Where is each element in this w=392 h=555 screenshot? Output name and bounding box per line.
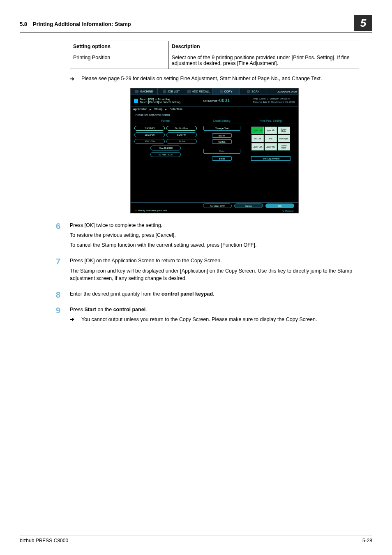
crumb-datetime: Date/Time <box>169 108 182 111</box>
column-format: Format '09/11/23Do Not Print 11/23/'091:… <box>134 119 197 200</box>
tab-hdd-recall[interactable]: HDD RECALL <box>185 88 212 95</box>
step-number: 8 <box>56 290 70 300</box>
col-description: Description <box>168 41 359 52</box>
pos-lower-mid[interactable]: Lower Mid <box>265 143 277 150</box>
settings-table: Setting options Description Printing Pos… <box>70 41 359 69</box>
machine-icon <box>135 90 138 93</box>
rotation-indicator: ↻ Rotation <box>282 209 294 212</box>
size-display: 8point <box>212 133 232 138</box>
pos-upper-mid[interactable]: Upper Mid <box>265 127 277 134</box>
format-date-5[interactable]: 23.Nov.,2010 <box>150 152 181 157</box>
info-icon <box>134 99 138 103</box>
arrow-icon: ➔ <box>70 316 74 323</box>
position-grid: Upper Left Upper Mid Upper Right Mid Lef… <box>246 127 295 150</box>
crumb-application[interactable]: Application <box>133 108 147 111</box>
setnumber-label: Set Number <box>203 99 218 102</box>
info-bar: Touch [OK] to fix setting Touch [Cancel]… <box>131 95 298 106</box>
subtitle: Please set date/time details <box>131 112 298 118</box>
format-time-3[interactable]: 13:29 <box>166 139 197 144</box>
step-7: 7 Press [OK] on the Application Screen t… <box>70 257 359 284</box>
tab-bar: MACHINE JOB LIST HDD RECALL COPY SCAN 20… <box>131 88 298 95</box>
pos-lower-left[interactable]: Lower Left <box>251 143 264 150</box>
joblist-icon <box>163 90 166 93</box>
tab-machine[interactable]: MACHINE <box>131 88 158 95</box>
detail-heading: Detail Setting <box>200 119 244 123</box>
arrow-icon: ➔ <box>70 76 74 82</box>
format-date-4[interactable]: Nov.23,2010 <box>150 146 181 150</box>
function-off-button[interactable]: Function OFF <box>203 204 232 208</box>
info-line-2: Touch [Cancel] to cancel setting <box>140 101 180 104</box>
tab-scan[interactable]: SCAN <box>240 88 267 95</box>
format-date-2[interactable]: 11/23/'09 <box>134 132 165 137</box>
footer-product: bizhub PRESS C8000 <box>20 538 68 543</box>
chapter-badge: 5 <box>354 15 372 31</box>
tab-datetime: 2010/04/04 14:00 <box>267 88 298 95</box>
info-line-1: Touch [OK] to fix setting <box>140 98 180 101</box>
reference-note: ➔ Please see page 5-29 for details on se… <box>70 76 359 81</box>
touch-panel-footer: Function OFF Cancel OK ▲ Ready to receiv… <box>131 202 298 213</box>
section-number: 5.8 <box>20 21 27 27</box>
status-ready: Ready to receive print data <box>138 209 168 212</box>
table-row: Printing Position Select one of the 9 pr… <box>70 52 359 69</box>
column-detail: Detail Setting Change Text 8point Gothic… <box>200 119 244 200</box>
col-settings: Setting options <box>70 41 168 52</box>
font-display: Gothic <box>212 139 232 144</box>
copy-icon <box>220 90 223 93</box>
cell-printing-position-desc: Select one of the 9 printing positions p… <box>168 52 359 69</box>
position-heading: Print Pos. Setting <box>246 119 295 123</box>
chevron-right-icon <box>149 108 152 111</box>
status-block: Orig. Count 0 Memory 99.655% Reserve Job… <box>253 97 295 104</box>
step-9-subtext: You cannot output unless you return to t… <box>81 317 317 322</box>
pos-mid-right[interactable]: Mid Right <box>278 135 290 142</box>
cancel-button[interactable]: Cancel <box>234 204 263 208</box>
page-header: 5.8 Printing Additional Information: Sta… <box>20 16 372 32</box>
step-number: 6 <box>56 222 70 251</box>
format-date-3[interactable]: 23/11/'09 <box>134 139 165 144</box>
warning-icon: ▲ <box>135 209 137 212</box>
tab-copy[interactable]: COPY <box>212 88 240 95</box>
step-6-text-2: To restore the previous setting, press [… <box>70 231 256 239</box>
fine-adjustment-button[interactable]: Fine Adjustment <box>251 156 291 161</box>
setnumber-value: 0001 <box>219 98 230 103</box>
format-heading: Format <box>134 119 197 123</box>
section-title: Printing Additional Information: Stamp <box>33 21 354 27</box>
cell-printing-position: Printing Position <box>70 52 168 69</box>
step-8: 8 Enter the desired print quantity from … <box>70 290 359 300</box>
pos-lower-right[interactable]: Lower Right <box>278 143 290 150</box>
crumb-stamp[interactable]: Stamp <box>154 108 162 111</box>
step-7-text-2: The Stamp icon and key will be displayed… <box>70 267 359 282</box>
step-9-text: Press Start on the control panel. <box>70 306 317 313</box>
hdd-icon <box>187 90 191 93</box>
format-time-2[interactable]: 1:29 PM <box>166 132 197 137</box>
scan-icon <box>247 90 250 93</box>
format-time-1[interactable]: Do Not Print <box>166 126 197 131</box>
pos-upper-right[interactable]: Upper Right <box>278 127 290 134</box>
reference-text: Please see page 5-29 for details on sett… <box>81 76 322 81</box>
color-button[interactable]: Color <box>203 149 240 154</box>
step-8-text: Enter the desired print quantity from th… <box>70 290 214 298</box>
step-6-text-3: To cancel the Stamp function with the cu… <box>70 241 256 249</box>
change-text-button[interactable]: Change Text <box>203 126 240 131</box>
step-6-text-1: Press [OK] twice to complete the setting… <box>70 222 256 229</box>
color-display: Black <box>212 156 232 161</box>
step-6: 6 Press [OK] twice to complete the setti… <box>70 222 359 251</box>
step-9: 9 Press Start on the control panel. ➔ Yo… <box>70 306 359 323</box>
tab-joblist[interactable]: JOB LIST <box>158 88 185 95</box>
page-footer: bizhub PRESS C8000 5-28 <box>20 536 372 543</box>
column-position: Print Pos. Setting Upper Left Upper Mid … <box>246 119 295 200</box>
pos-upper-left[interactable]: Upper Left <box>251 127 264 134</box>
pos-mid[interactable]: Mid <box>265 135 277 142</box>
chevron-right-icon <box>164 108 168 111</box>
step-7-text-1: Press [OK] on the Application Screen to … <box>70 257 359 264</box>
format-date-1[interactable]: '09/11/23 <box>134 126 165 131</box>
ok-button[interactable]: OK <box>265 204 294 208</box>
step-9-subnote: ➔ You cannot output unless you return to… <box>70 316 317 323</box>
step-number: 7 <box>56 257 70 284</box>
touch-panel-screenshot: MACHINE JOB LIST HDD RECALL COPY SCAN 20… <box>130 88 299 213</box>
step-number: 9 <box>56 306 70 323</box>
pos-mid-left[interactable]: Mid Left <box>251 135 264 142</box>
footer-page: 5-28 <box>362 538 372 543</box>
breadcrumb: Application Stamp Date/Time <box>131 106 298 112</box>
